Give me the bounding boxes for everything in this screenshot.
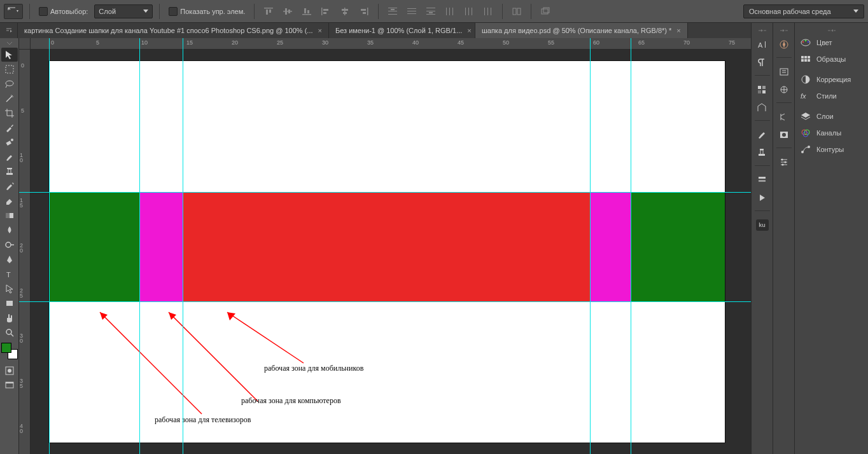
blur-tool-icon[interactable]	[1, 223, 18, 237]
type-tool-icon[interactable]: T	[1, 267, 18, 281]
svg-rect-38	[513, 8, 516, 15]
clone-source-panel-icon[interactable]	[753, 145, 771, 160]
align-bottom-icon[interactable]	[299, 5, 314, 18]
align-top-icon[interactable]	[261, 5, 276, 18]
panel-item-channels[interactable]: Каналы	[795, 125, 868, 141]
navigator-panel-icon[interactable]	[775, 37, 793, 52]
panel-column-toggle[interactable]	[752, 27, 773, 34]
history-brush-tool-icon[interactable]	[1, 179, 18, 193]
distribute-top-icon[interactable]	[385, 5, 400, 18]
document-tab[interactable]: картинка Создание шапки для канала Youtu…	[18, 23, 329, 38]
lasso-tool-icon[interactable]	[1, 77, 18, 91]
tool-preset-picker[interactable]	[4, 4, 23, 19]
document-tab[interactable]: шапка для видео.psd @ 50% (Описание кана…	[475, 23, 688, 38]
path-selection-tool-icon[interactable]	[1, 282, 18, 296]
ruler-vertical[interactable]: 0 5 1 0 1 5 2 0 2 5 3 0 3 5 4 0	[19, 50, 31, 454]
properties-panel-icon[interactable]	[775, 64, 793, 79]
show-controls-checkbox-wrap[interactable]: Показать упр. элем.	[166, 7, 248, 16]
distribute-vcenter-icon[interactable]	[404, 5, 419, 18]
masks-panel-icon[interactable]	[775, 127, 793, 142]
brush-panel-icon[interactable]	[753, 127, 771, 142]
right-panels: A ku Цвет Образцы	[751, 23, 868, 454]
clone-stamp-tool-icon[interactable]	[1, 165, 18, 179]
move-tool-icon[interactable]	[1, 48, 18, 62]
show-controls-checkbox[interactable]	[169, 7, 178, 16]
brush-tool-icon[interactable]	[1, 150, 18, 164]
svg-rect-52	[6, 301, 13, 306]
svg-rect-0	[264, 8, 273, 9]
character-panel-icon[interactable]: A	[753, 37, 771, 52]
align-hcenter-icon[interactable]	[337, 5, 353, 18]
kuler-panel-icon[interactable]: ku	[753, 217, 771, 233]
crop-tool-icon[interactable]	[1, 106, 18, 120]
svg-rect-21	[391, 9, 395, 10]
options-panel-icon[interactable]	[775, 155, 793, 170]
annotation-mobile: рабочая зона для мобильников	[264, 364, 363, 373]
hand-tool-icon[interactable]	[1, 311, 18, 325]
auto-align-icon[interactable]	[509, 5, 524, 18]
history-panel-icon[interactable]	[753, 172, 771, 188]
document-tab-title: шапка для видео.psd @ 50% (Описание кана…	[482, 27, 671, 34]
healing-brush-tool-icon[interactable]	[1, 135, 18, 149]
align-vcenter-icon[interactable]	[280, 5, 295, 18]
panel-item-swatches[interactable]: Образцы	[795, 51, 868, 67]
panel-item-color[interactable]: Цвет	[795, 34, 868, 51]
desktop-zone-right	[590, 192, 631, 301]
svg-rect-90	[804, 59, 807, 62]
close-icon[interactable]: ×	[676, 27, 680, 34]
panel-list-toggle[interactable]	[795, 27, 868, 34]
adjustments-panel-icon[interactable]	[775, 82, 793, 97]
panel-column-toggle[interactable]	[773, 27, 794, 34]
panel-label: Стили	[816, 92, 837, 100]
pen-tool-icon[interactable]	[1, 252, 18, 266]
eyedropper-tool-icon[interactable]	[1, 121, 18, 135]
align-right-icon[interactable]	[356, 5, 372, 18]
workspace-selector[interactable]: Основная рабочая среда	[743, 4, 864, 18]
svg-rect-66	[758, 86, 761, 89]
distribute-hcenter-icon[interactable]	[461, 5, 477, 18]
info-panel-icon[interactable]	[753, 100, 771, 115]
panel-item-paths[interactable]: Контуры	[795, 141, 868, 158]
document-tab[interactable]: Без имени-1 @ 100% (Слой 1, RGB/1... ×	[329, 23, 475, 38]
foreground-color-swatch[interactable]	[1, 343, 11, 353]
magic-wand-tool-icon[interactable]	[1, 92, 18, 106]
svg-rect-16	[361, 9, 366, 11]
rectangle-tool-icon[interactable]	[1, 296, 18, 310]
panel-item-styles[interactable]: fx Стили	[795, 88, 868, 104]
document-tab-strip: картинка Создание шапки для канала Youtu…	[0, 23, 868, 38]
gradient-tool-icon[interactable]	[1, 209, 18, 223]
marquee-tool-icon[interactable]	[1, 62, 18, 76]
tools-panel-toggle[interactable]	[1, 39, 18, 47]
eraser-tool-icon[interactable]	[1, 194, 18, 208]
paragraph-panel-icon[interactable]	[753, 55, 771, 70]
zoom-tool-icon[interactable]	[1, 326, 18, 340]
swatches-panel-icon[interactable]	[753, 82, 771, 97]
close-icon[interactable]: ×	[318, 27, 322, 34]
svg-marker-59	[100, 312, 108, 320]
foreground-background-swatch[interactable]	[1, 343, 18, 359]
close-icon[interactable]: ×	[467, 27, 471, 34]
panel-item-adjustments[interactable]: Коррекция	[795, 71, 868, 88]
3d-mode-icon[interactable]	[538, 5, 553, 18]
auto-select-checkbox-wrap[interactable]: Автовыбор:	[36, 7, 90, 16]
arrow-icon	[221, 306, 310, 369]
screen-mode-icon[interactable]	[1, 378, 18, 392]
quick-mask-icon[interactable]	[1, 364, 18, 378]
canvas-document[interactable]: рабочая зона для мобильников рабочая зон…	[49, 61, 725, 443]
auto-select-dropdown[interactable]: Слой	[94, 4, 153, 18]
svg-rect-91	[808, 59, 810, 62]
distribute-right-icon[interactable]	[480, 5, 496, 18]
ruler-horizontal[interactable]: 0 5 10 15 20 25 30 35 40 45 50 55 60 65 …	[31, 38, 751, 50]
tab-strip-toggle[interactable]	[0, 23, 18, 38]
auto-select-checkbox[interactable]	[39, 7, 48, 16]
tools-panel: T	[0, 38, 19, 454]
svg-rect-75	[780, 69, 788, 75]
distribute-left-icon[interactable]	[442, 5, 458, 18]
panel-item-layers[interactable]: Слои	[795, 108, 868, 125]
distribute-bottom-icon[interactable]	[423, 5, 438, 18]
actions-panel-icon[interactable]	[753, 190, 771, 205]
align-left-icon[interactable]	[318, 5, 333, 18]
tool-presets-panel-icon[interactable]	[775, 109, 793, 125]
canvas-area[interactable]: 0 5 10 15 20 25 30 35 40 45 50 55 60 65 …	[19, 38, 751, 454]
dodge-tool-icon[interactable]	[1, 238, 18, 252]
